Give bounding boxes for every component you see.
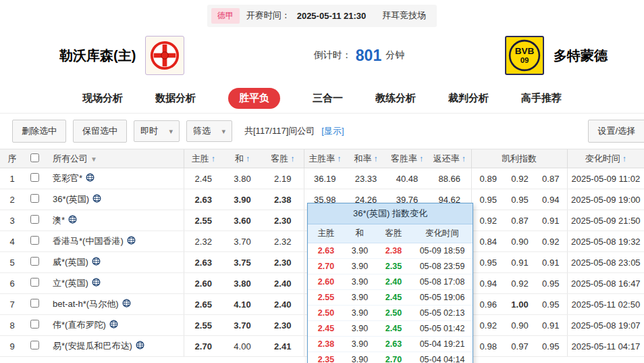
odds-value: 3.70: [223, 315, 262, 336]
change-time: 2025-05-08 16:47: [567, 273, 644, 294]
company-name[interactable]: 澳*: [53, 215, 65, 225]
company-cell: bet-at-h*(马尔他): [45, 294, 184, 315]
instant-odds-dropdown[interactable]: 即时 ▾: [134, 120, 180, 142]
odds-value: 2.55: [184, 315, 223, 336]
col-header-return-rate[interactable]: 返还率↑: [428, 149, 471, 168]
row-checkbox[interactable]: [30, 215, 39, 224]
company-name[interactable]: 立*(英国): [53, 278, 88, 288]
sort-up-icon[interactable]: ↑: [374, 154, 378, 164]
popup-home-odds: 2.38: [308, 339, 344, 349]
col-header-home-odds[interactable]: 主胜↑: [184, 149, 223, 168]
col-header-change-time[interactable]: 变化时间↑: [567, 149, 644, 168]
tab-win-draw-loss[interactable]: 胜平负: [228, 88, 280, 109]
popup-away-odds: 2.70: [375, 355, 412, 363]
table-header-row: 序 所有公司▼ 主胜↑ 和↑ 客胜↑ 主胜率↑ 和率↑ 客胜率↑ 返还率↑ 凯利…: [0, 149, 644, 168]
row-checkbox[interactable]: [30, 278, 39, 287]
tab-referee-analysis[interactable]: 裁判分析: [448, 92, 489, 105]
company-cell: 易*(安提瓜和巴布达): [45, 336, 184, 357]
sort-up-icon[interactable]: ↑: [462, 154, 466, 164]
row-checkbox[interactable]: [30, 257, 39, 266]
row-checkbox[interactable]: [30, 236, 39, 245]
league-badge[interactable]: 德甲: [211, 8, 240, 24]
show-companies-link[interactable]: [显示]: [321, 125, 344, 137]
tab-expert-picks[interactable]: 高手推荐: [521, 92, 562, 105]
row-checkbox-cell: [24, 168, 45, 189]
kelly-value: 0.92: [535, 231, 567, 252]
select-all-checkbox[interactable]: [30, 153, 39, 162]
company-name[interactable]: 威*(英国): [53, 257, 88, 267]
sort-up-icon[interactable]: ↑: [419, 154, 423, 164]
table-row: 1竞彩官*2.453.802.1936.1923.3340.4888.660.8…: [0, 168, 644, 189]
popup-header-row: 主胜 和 客胜 变化时间: [308, 224, 473, 243]
row-checkbox[interactable]: [30, 194, 39, 203]
col-header-home-rate[interactable]: 主胜率↑: [304, 149, 346, 168]
col-header-home-odds-label: 主胜: [192, 153, 209, 164]
tab-three-in-one[interactable]: 三合一: [313, 92, 343, 105]
sort-up-icon[interactable]: ↑: [622, 154, 626, 164]
company-name[interactable]: 36*(英国): [53, 194, 89, 204]
row-checkbox-cell: [24, 315, 45, 336]
odds-value: 2.30: [262, 252, 304, 273]
row-checkbox-cell: [24, 336, 45, 357]
col-header-away-rate[interactable]: 客胜率↑: [386, 149, 428, 168]
odds-value: 2.60: [184, 273, 223, 294]
popup-away-odds: 2.35: [375, 262, 412, 271]
popup-col-home: 主胜: [308, 228, 344, 239]
popup-change-time: 05-04 04:14: [412, 355, 473, 363]
settings-select-button[interactable]: 设置/选择: [588, 120, 644, 143]
popup-draw-odds: 3.90: [344, 308, 375, 318]
row-checkbox[interactable]: [30, 299, 39, 308]
row-checkbox-cell: [24, 189, 45, 210]
kelly-value: 0.94: [471, 273, 505, 294]
popup-row: 2.453.902.4505-05 01:42: [308, 321, 473, 337]
row-checkbox[interactable]: [30, 341, 39, 349]
sort-up-icon[interactable]: ↑: [337, 154, 341, 164]
filter-dropdown-label: 筛选: [193, 125, 211, 137]
popup-change-time: 05-08 17:08: [412, 277, 473, 287]
tab-coach-analysis[interactable]: 教练分析: [375, 92, 416, 105]
globe-icon: [92, 278, 101, 287]
col-header-select: [24, 149, 45, 168]
kelly-value: 0.95: [535, 273, 567, 294]
popup-row: 2.633.902.3805-09 18:59: [308, 243, 473, 259]
globe-icon: [86, 173, 95, 182]
popup-row: 2.553.902.4505-05 19:06: [308, 290, 473, 306]
company-name[interactable]: 易*(安提瓜和巴布达): [53, 341, 132, 351]
sort-up-icon[interactable]: ↑: [290, 154, 294, 164]
kelly-value: 0.91: [535, 252, 567, 273]
chevron-down-icon[interactable]: ▼: [90, 155, 97, 163]
row-checkbox[interactable]: [30, 320, 39, 329]
sort-up-icon[interactable]: ↑: [246, 154, 250, 164]
keep-selected-button[interactable]: 保留选中: [73, 120, 127, 143]
col-header-return-rate-label: 返还率: [433, 153, 460, 164]
popup-change-time: 05-05 19:06: [412, 293, 473, 302]
delete-selected-button[interactable]: 删除选中: [12, 120, 66, 143]
kelly-value: 0.91: [505, 252, 535, 273]
popup-draw-odds: 3.90: [344, 262, 375, 271]
kelly-value: 0.90: [505, 231, 535, 252]
odds-value: 2.30: [262, 315, 304, 336]
col-header-draw-odds[interactable]: 和↑: [223, 149, 262, 168]
tab-data-analysis[interactable]: 数据分析: [155, 92, 196, 105]
col-header-away-odds[interactable]: 客胜↑: [262, 149, 304, 168]
countdown-label: 倒计时：: [314, 49, 352, 62]
col-header-draw-rate[interactable]: 和率↑: [346, 149, 386, 168]
row-checkbox[interactable]: [30, 173, 39, 182]
instant-odds-dropdown-label: 即时: [140, 125, 158, 137]
company-name[interactable]: 竞彩官*: [53, 173, 82, 183]
popup-row: 2.703.902.3505-08 23:59: [308, 259, 473, 274]
company-name[interactable]: bet-at-h*(马尔他): [53, 299, 119, 309]
company-name[interactable]: 伟*(直布罗陀): [53, 320, 106, 330]
col-header-company[interactable]: 所有公司▼: [45, 149, 184, 168]
home-team-logo: [145, 36, 184, 75]
col-header-index: 序: [0, 149, 24, 168]
popup-draw-odds: 3.90: [344, 293, 375, 302]
sort-up-icon[interactable]: ↑: [211, 154, 215, 164]
odds-value: 2.65: [184, 294, 223, 315]
filter-dropdown[interactable]: 筛选 ▾: [186, 120, 232, 142]
change-time: 2025-05-08 23:05: [567, 252, 644, 273]
company-name[interactable]: 香港马*(中国香港): [53, 236, 124, 246]
tab-live-analysis[interactable]: 现场分析: [82, 92, 123, 105]
kelly-value: 0.92: [471, 210, 505, 231]
venue-name: 拜耳竞技场: [382, 9, 426, 22]
